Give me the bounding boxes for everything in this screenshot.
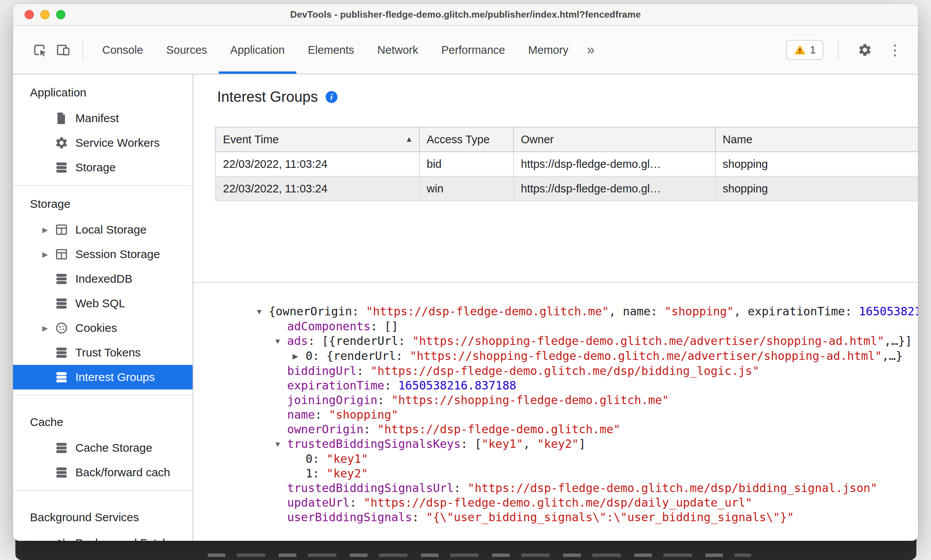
- tab-elements[interactable]: Elements: [296, 26, 366, 74]
- tree-token-key: userBiddingSignals: [287, 510, 412, 524]
- storage-database-icon: [55, 161, 68, 174]
- table-row[interactable]: 22/03/2022, 11:03:24 win https://dsp-fle…: [216, 176, 918, 201]
- warning-icon: [794, 44, 806, 56]
- tree-token-num: 1650538216.837188: [398, 379, 516, 392]
- settings-gear-icon[interactable]: [853, 38, 876, 61]
- tree-token-p: : [: [461, 437, 482, 451]
- tree-token-str: "key2": [537, 437, 579, 451]
- background-code-dashes: [208, 553, 751, 557]
- table-row[interactable]: 22/03/2022, 11:03:24 bid https://dsp-fle…: [216, 152, 918, 176]
- tree-token-p: :: [364, 422, 377, 436]
- background-page-strip: [15, 538, 916, 560]
- tree-line: ▼trustedBiddingSignalsKeys: ["key1", "ke…: [256, 437, 918, 452]
- tree-token-key: updateUrl: [287, 496, 350, 509]
- tree-token-str: "https://shopping-fledge-demo.glitch.me/…: [412, 334, 884, 348]
- expand-icon[interactable]: ▶: [42, 225, 55, 234]
- window-titlebar: DevTools - publisher-fledge-demo.glitch.…: [13, 4, 918, 26]
- details-splitter[interactable]: [193, 282, 918, 283]
- interest-groups-panel: Interest Groups i Event Time ▲ Access Ty…: [193, 75, 918, 541]
- tree-token-p: , name:: [609, 305, 665, 318]
- toolbar-separator: [82, 40, 83, 60]
- sidebar-item-cache-storage[interactable]: Cache Storage: [13, 436, 193, 460]
- cell-owner: https://dsp-fledge-demo.gl…: [514, 176, 715, 201]
- column-header-access-type[interactable]: Access Type: [419, 127, 514, 152]
- sidebar-section-storage: Storage: [13, 186, 193, 217]
- tab-memory[interactable]: Memory: [517, 26, 580, 74]
- application-sidebar: Application Manifest Service Workers: [13, 75, 193, 541]
- tab-application[interactable]: Application: [219, 26, 296, 74]
- sidebar-section-cache: Cache: [13, 396, 193, 436]
- inspect-element-icon[interactable]: [28, 38, 52, 61]
- sidebar-section-background-services: Background Services: [13, 491, 193, 531]
- more-tabs-icon[interactable]: »: [580, 26, 602, 74]
- close-window-button[interactable]: [25, 10, 34, 19]
- sidebar-item-background-fetch[interactable]: Background Fetch: [13, 531, 193, 541]
- sidebar-item-storage[interactable]: Storage: [13, 155, 193, 180]
- sidebar-item-label: Cache Storage: [75, 441, 152, 454]
- sidebar-item-back-forward-cache[interactable]: Back/forward cach: [13, 460, 193, 485]
- sidebar-item-cookies[interactable]: ▶ Cookies: [13, 316, 193, 340]
- sidebar-item-indexeddb[interactable]: IndexedDB: [13, 267, 193, 291]
- session-storage-table-icon: [55, 247, 68, 261]
- tree-token-p: ]: [579, 437, 586, 451]
- minimize-window-button[interactable]: [40, 10, 50, 19]
- indexeddb-database-icon: [55, 272, 68, 286]
- cell-owner: https://dsp-fledge-demo.gl…: [514, 152, 715, 176]
- tree-token-key: biddingUrl: [287, 364, 357, 378]
- tab-performance[interactable]: Performance: [430, 26, 517, 74]
- tree-token-p: ,: [523, 437, 537, 451]
- issues-badge[interactable]: 1: [786, 40, 823, 60]
- sidebar-item-manifest[interactable]: Manifest: [13, 106, 193, 131]
- tree-token-p: 0: {renderUrl:: [306, 349, 410, 363]
- sidebar-item-session-storage[interactable]: ▶ Session Storage: [13, 242, 193, 267]
- sidebar-section-application: Application: [13, 75, 193, 106]
- more-options-icon[interactable]: ⋮: [883, 38, 906, 61]
- zoom-window-button[interactable]: [56, 10, 65, 19]
- expand-icon[interactable]: ▶: [42, 250, 55, 259]
- info-icon[interactable]: i: [326, 91, 337, 103]
- sidebar-item-label: Cookies: [75, 321, 117, 335]
- devtools-toolbar: Console Sources Application Elements Net…: [13, 26, 918, 75]
- tree-line: ▶0: {renderUrl: "https://shopping-fledge…: [256, 349, 918, 364]
- tree-token-key: ownerOrigin: [287, 422, 364, 436]
- column-header-event-time[interactable]: Event Time ▲: [216, 127, 419, 152]
- device-toolbar-icon[interactable]: [52, 38, 75, 61]
- column-header-name[interactable]: Name: [715, 127, 918, 152]
- tab-network[interactable]: Network: [366, 26, 430, 74]
- tree-token-str: "https://shopping-fledge-demo.glitch.me": [391, 393, 669, 407]
- expand-icon[interactable]: ▶: [42, 324, 55, 333]
- window-controls: [25, 4, 65, 25]
- tree-collapse-icon[interactable]: ▼: [256, 305, 269, 319]
- tree-token-p: :: [315, 408, 329, 421]
- trust-tokens-database-icon: [55, 346, 68, 360]
- tree-line: 1: "key2": [256, 466, 918, 481]
- tree-token-p: :: [377, 393, 391, 407]
- column-header-owner[interactable]: Owner: [514, 127, 715, 152]
- sidebar-item-interest-groups[interactable]: Interest Groups: [13, 365, 193, 389]
- tab-sources[interactable]: Sources: [155, 26, 218, 74]
- tree-token-p: :: [350, 496, 364, 509]
- sidebar-item-label: Service Workers: [75, 136, 160, 149]
- tree-token-p: :: [412, 510, 426, 524]
- tab-console[interactable]: Console: [91, 26, 155, 74]
- json-detail-tree: ▼{ownerOrigin: "https://dsp-fledge-demo.…: [193, 304, 918, 525]
- tree-token-p: : []: [371, 320, 398, 333]
- cell-name: shopping: [715, 176, 918, 201]
- tree-line: ▼{ownerOrigin: "https://dsp-fledge-demo.…: [256, 304, 918, 319]
- service-workers-gear-icon: [55, 136, 68, 150]
- page-title: Interest Groups: [217, 88, 318, 106]
- tree-token-p: {ownerOrigin:: [269, 305, 366, 318]
- sidebar-item-label: Trust Tokens: [75, 346, 141, 359]
- tree-expand-icon[interactable]: ▶: [293, 349, 306, 364]
- tree-line: name: "shopping": [256, 408, 918, 422]
- tree-collapse-icon[interactable]: ▼: [274, 334, 287, 349]
- tree-token-key: expirationTime: [287, 379, 384, 392]
- tree-collapse-icon[interactable]: ▼: [274, 437, 287, 452]
- cell-access-type: bid: [419, 152, 514, 176]
- sidebar-item-local-storage[interactable]: ▶ Local Storage: [13, 217, 193, 242]
- sidebar-item-label: Back/forward cach: [75, 466, 170, 479]
- sidebar-item-trust-tokens[interactable]: Trust Tokens: [13, 340, 193, 365]
- sidebar-item-service-workers[interactable]: Service Workers: [13, 131, 193, 155]
- tree-token-p: :: [454, 481, 467, 495]
- sidebar-item-web-sql[interactable]: Web SQL: [13, 291, 193, 316]
